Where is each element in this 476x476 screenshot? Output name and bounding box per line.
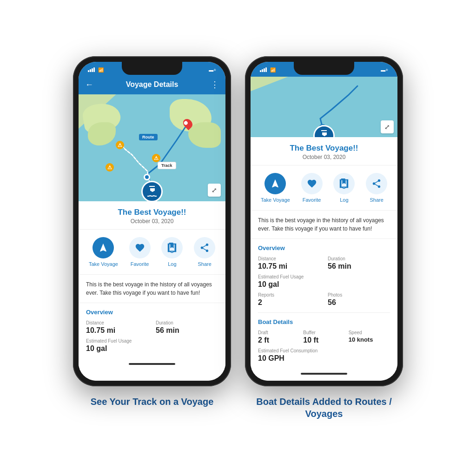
favorite-icon-circle [129, 237, 151, 258]
right-navigation-icon [270, 178, 280, 189]
stats-grid: Distance 10.75 mi Duration 56 min Estima… [86, 320, 218, 353]
right-duration-value: 56 min [328, 262, 390, 271]
start-circle [144, 174, 150, 180]
right-take-voyage-action[interactable]: Take Voyage [261, 173, 290, 203]
share-icon-circle [194, 237, 215, 258]
right-log-label: Log [340, 197, 348, 203]
right-fuel-stat: Estimated Fuel Usage 10 gal [258, 274, 390, 289]
voyage-date: October 03, 2020 [86, 218, 218, 225]
duration-label: Duration [156, 320, 218, 325]
right-wifi-icon: 📶 [270, 67, 276, 73]
right-log-icon-circle [333, 173, 355, 194]
map-boat-icon [141, 181, 163, 201]
boat-details-section: Boat Details Draft 2 ft Buffer 10 ft [251, 313, 397, 368]
back-button[interactable]: ← [85, 80, 93, 90]
destination-marker [184, 119, 192, 129]
right-notch [294, 62, 354, 75]
menu-button[interactable]: ⋮ [211, 79, 219, 90]
right-voyage-date: October 03, 2020 [258, 154, 390, 160]
right-photos-stat: Photos 56 [328, 292, 390, 307]
right-log-action[interactable]: Log [333, 173, 355, 203]
right-voyage-header: The Best Voyage!! October 03, 2020 [251, 137, 397, 165]
right-status-right: ▬+ [381, 67, 388, 73]
share-label: Share [198, 261, 211, 267]
fuel-consumption-label: Estimated Fuel Consumption [258, 348, 390, 353]
right-duration-label: Duration [328, 256, 390, 261]
right-take-voyage-label: Take Voyage [261, 197, 290, 203]
warning-marker-3: ⚠ [106, 163, 114, 172]
right-share-action[interactable]: Share [366, 173, 387, 203]
log-label: Log [168, 261, 176, 267]
right-map-area[interactable]: ⤢ [251, 77, 397, 137]
share-icon [199, 243, 210, 253]
right-overview-title: Overview [258, 245, 390, 251]
notch [122, 62, 182, 75]
favorite-action[interactable]: Favorite [129, 237, 151, 267]
speed-stat: Speed 10 knots [349, 330, 390, 344]
right-battery-icon: ▬+ [381, 67, 388, 73]
right-photos-label: Photos [328, 292, 390, 298]
log-action[interactable]: Log [161, 237, 183, 267]
left-caption: See Your Track on a Voyage [91, 396, 214, 408]
voyage-title: The Best Voyage!! [86, 208, 218, 217]
right-scroll-content[interactable]: The Best Voyage!! October 03, 2020 Take … [251, 137, 397, 381]
speed-label: Speed [349, 330, 390, 335]
voyage-description: This is the best voyage in the history o… [79, 275, 225, 303]
right-home-bar [301, 373, 347, 375]
speed-value: 10 knots [349, 336, 390, 343]
fuel-stat: Estimated Fuel Usage 10 gal [86, 338, 218, 353]
right-stats-grid: Distance 10.75 mi Duration 56 min Estima… [258, 256, 390, 307]
left-phone-section: 📶 ▬+ ← Voyage Details ⋮ [73, 56, 231, 408]
home-bar [129, 363, 175, 365]
right-signal-bars-icon [260, 67, 267, 72]
scroll-content[interactable]: The Best Voyage!! October 03, 2020 Take … [79, 201, 225, 381]
right-reports-value: 2 [258, 298, 320, 307]
right-share-icon [371, 178, 382, 189]
app-header: ← Voyage Details ⋮ [79, 77, 225, 94]
distance-label: Distance [86, 320, 148, 325]
buffer-stat: Buffer 10 ft [303, 330, 344, 344]
battery-icon: ▬+ [209, 67, 216, 73]
right-reports-stat: Reports 2 [258, 292, 320, 307]
boat-details-title: Boat Details [258, 318, 390, 325]
route-badge: Route [139, 134, 158, 140]
log-icon-circle [161, 237, 183, 258]
take-voyage-action[interactable]: Take Voyage [89, 237, 118, 267]
right-fuel-value: 10 gal [258, 280, 390, 289]
fuel-consumption-value: 10 GPH [258, 354, 390, 363]
draft-label: Draft [258, 330, 299, 335]
right-phone-frame: 📶 ▬+ ⤢ [245, 56, 403, 386]
right-duration-stat: Duration 56 min [328, 256, 390, 271]
right-book-icon [339, 178, 349, 189]
fullscreen-button[interactable]: ⤢ [208, 184, 221, 197]
status-right: ▬+ [209, 67, 216, 73]
draft-stat: Draft 2 ft [258, 330, 299, 344]
left-phone-screen: 📶 ▬+ ← Voyage Details ⋮ [79, 62, 225, 381]
map-area[interactable]: Route Track ⚠ ⚠ ⚠ [79, 94, 225, 201]
warning-marker-2: ⚠ [152, 154, 160, 162]
distance-value: 10.75 mi [86, 326, 148, 335]
buffer-value: 10 ft [303, 336, 344, 344]
share-action[interactable]: Share [194, 237, 215, 267]
right-reports-label: Reports [258, 292, 320, 298]
duration-value: 56 min [156, 326, 218, 335]
overview-section: Overview Distance 10.75 mi Duration 56 m… [79, 303, 225, 358]
right-home-indicator [251, 368, 397, 379]
right-caption: Boat Details Added to Routes / Voyages [245, 396, 403, 420]
navigation-icon [98, 243, 108, 253]
fuel-label: Estimated Fuel Usage [86, 338, 218, 344]
voyage-header: The Best Voyage!! October 03, 2020 [79, 201, 225, 230]
left-phone-frame: 📶 ▬+ ← Voyage Details ⋮ [73, 56, 231, 386]
right-favorite-action[interactable]: Favorite [301, 173, 323, 203]
duration-stat: Duration 56 min [156, 320, 218, 335]
right-voyage-description: This is the best voyage in the history o… [251, 211, 397, 239]
page-wrapper: 📶 ▬+ ← Voyage Details ⋮ [0, 38, 476, 438]
right-distance-value: 10.75 mi [258, 262, 320, 271]
right-voyage-title: The Best Voyage!! [258, 144, 390, 153]
home-indicator [79, 358, 225, 370]
right-fuel-label: Estimated Fuel Usage [258, 274, 390, 279]
right-boat-svg-icon [318, 130, 330, 137]
right-share-label: Share [370, 197, 383, 203]
right-heart-icon [307, 178, 317, 189]
right-fullscreen-button[interactable]: ⤢ [381, 120, 394, 133]
